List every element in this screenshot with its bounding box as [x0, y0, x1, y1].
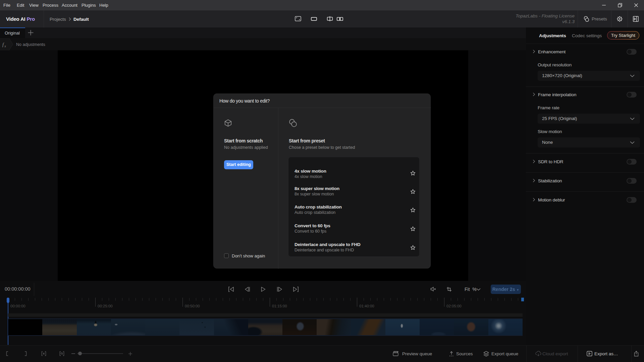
svg-text:x: x: [4, 45, 6, 48]
